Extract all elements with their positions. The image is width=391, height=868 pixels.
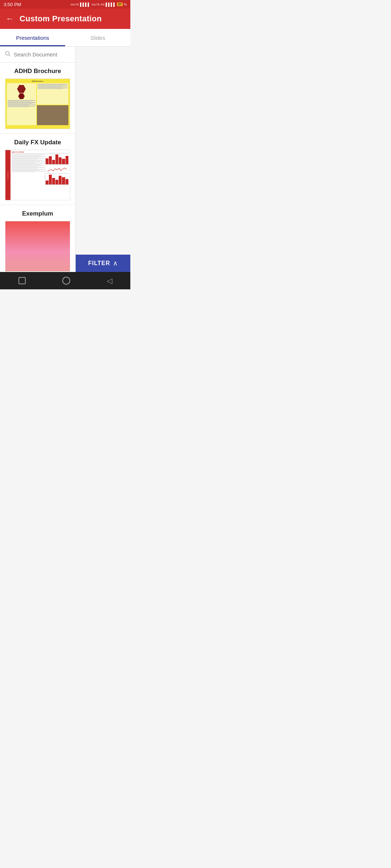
doc-thumb-exemplum1 xyxy=(5,221,70,272)
doc-title-fx: Daily FX Update xyxy=(4,139,71,146)
volte-icon: VoLTE xyxy=(71,3,79,6)
tab-presentations[interactable]: Presentations xyxy=(0,29,65,46)
page-title: Custom Presentation xyxy=(20,14,102,24)
svg-point-0 xyxy=(5,51,9,55)
signal-icon-1: ▌▌▌▌ xyxy=(80,3,90,7)
content-area: ADHD Brochure ADHD Indicators xyxy=(0,47,130,289)
filter-button[interactable]: FILTER ∧ xyxy=(76,255,130,272)
signal-icon-2: ▌▌▌▌ xyxy=(106,3,116,7)
search-icon xyxy=(4,50,11,59)
battery-icon: 87 xyxy=(117,3,123,6)
tabs-container: Presentations Slides xyxy=(0,29,130,47)
status-icons: VoLTE ▌▌▌▌ VoLTE 4G ▌▌▌▌ 87 % xyxy=(71,3,127,7)
status-time: 3:50 PM xyxy=(4,2,21,7)
nav-back-button[interactable]: ◁ xyxy=(107,276,112,285)
list-item[interactable]: Daily FX Update Saxobank DAILY FX UPDATE xyxy=(0,134,75,205)
list-item[interactable]: Exemplum xyxy=(0,205,75,276)
doc-title-adhd: ADHD Brochure xyxy=(4,68,71,75)
doc-title-exemplum1: Exemplum xyxy=(4,210,71,217)
doc-thumb-adhd: ADHD Indicators xyxy=(5,78,70,129)
filter-label: FILTER xyxy=(88,260,110,267)
battery-pct: % xyxy=(124,3,127,6)
right-panel xyxy=(76,47,130,289)
status-bar: 3:50 PM VoLTE ▌▌▌▌ VoLTE 4G ▌▌▌▌ 87 % xyxy=(0,0,130,9)
bottom-nav: ◁ xyxy=(0,272,130,289)
search-container xyxy=(0,47,75,63)
volte-icon-2: VoLTE 4G xyxy=(91,3,104,6)
doc-thumb-fx: Saxobank DAILY FX UPDATE xyxy=(5,150,70,200)
back-button[interactable]: ← xyxy=(6,14,14,24)
search-input[interactable] xyxy=(14,51,71,58)
app-bar: ← Custom Presentation xyxy=(0,9,130,29)
nav-home-button[interactable] xyxy=(62,277,70,285)
tab-slides[interactable]: Slides xyxy=(65,29,130,46)
list-item[interactable]: ADHD Brochure ADHD Indicators xyxy=(0,63,75,134)
nav-square-button[interactable] xyxy=(18,277,26,284)
filter-chevron-icon: ∧ xyxy=(113,259,118,267)
svg-line-1 xyxy=(9,55,10,56)
left-panel: ADHD Brochure ADHD Indicators xyxy=(0,47,76,289)
